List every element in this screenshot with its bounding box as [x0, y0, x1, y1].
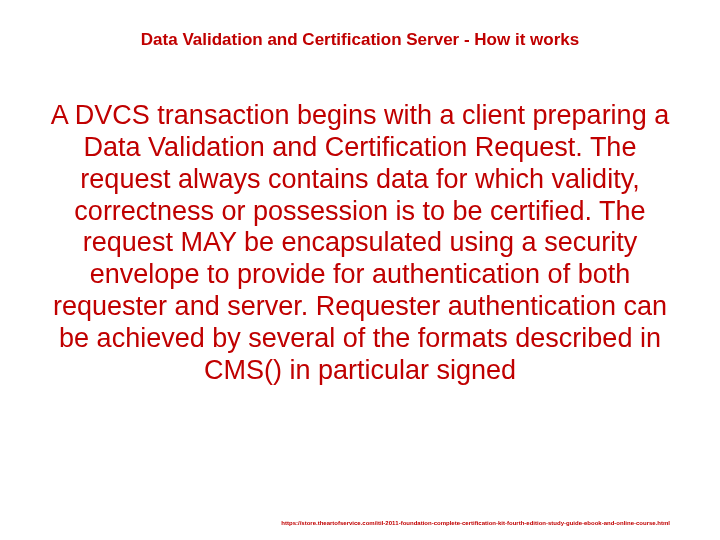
slide-title: Data Validation and Certification Server…: [0, 30, 720, 50]
footer-url: https://store.theartofservice.com/itil-2…: [281, 520, 670, 526]
slide: Data Validation and Certification Server…: [0, 0, 720, 540]
slide-body: A DVCS transaction begins with a client …: [40, 100, 680, 387]
